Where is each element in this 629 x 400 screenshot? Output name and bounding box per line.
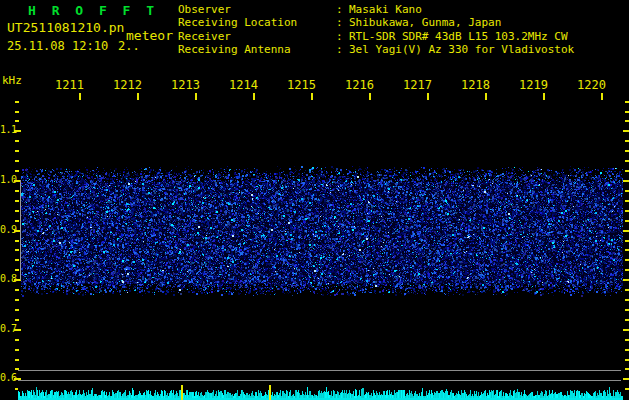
freq-label: 0.7 [0,323,15,334]
freq-tick-right [625,269,629,271]
freq-tick-right [625,240,629,242]
freq-tick-right [625,359,629,361]
time-tick [195,93,197,100]
freq-tick-right [625,101,629,103]
freq-tick-right [625,249,629,251]
time-label: 1218 [461,78,493,92]
freq-tick-left [15,101,19,103]
time-label: 1211 [55,78,87,92]
info-label: Receiving Antenna [178,43,336,56]
freq-label: 0.8 [0,273,15,284]
observer-info-block: Observer:Masaki KanoReceiving Location:S… [178,3,574,57]
time-tick [253,93,255,100]
info-separator: : [336,3,344,16]
time-label: 1220 [577,78,609,92]
info-value: Masaki Kano [344,3,422,16]
time-tick [485,93,487,100]
time-tick [543,93,545,100]
freq-tick-left [15,309,19,311]
info-value: RTL-SDR SDR# 43dB L15 103.2MHz CW [344,30,568,43]
freq-axis-unit-label: kHz [2,74,22,87]
time-tick [79,93,81,100]
freq-tick-right [625,259,629,261]
freq-tick-right [625,120,629,122]
freq-tick-right [623,279,629,281]
time-tick [311,93,313,100]
freq-tick-left [15,339,19,341]
freq-tick-right [623,130,629,132]
time-label: 1216 [345,78,377,92]
freq-tick-left [15,190,19,192]
info-row: Receiving Location:Shibukawa, Gunma, Jap… [178,16,574,29]
freq-tick-right [625,200,629,202]
info-value: Shibukawa, Gunma, Japan [344,16,501,29]
freq-tick-right [623,230,629,232]
freq-tick-left [14,130,21,132]
info-label: Receiving Location [178,16,336,29]
freq-tick-right [625,111,629,113]
signal-level-strip [18,384,623,400]
info-separator: : [336,30,344,43]
freq-tick-right [625,210,629,212]
freq-tick-right [625,220,629,222]
freq-tick-right [625,309,629,311]
freq-label: 1.1 [0,124,15,135]
freq-tick-right [623,378,629,380]
info-separator: : [336,16,344,29]
freq-tick-left [15,170,19,172]
info-row: Receiving Antenna:3el Yagi(V) Az 330 for… [178,43,574,56]
time-label: 1219 [519,78,551,92]
freq-tick-left [15,349,19,351]
freq-tick-right [625,140,629,142]
freq-tick-right [625,160,629,162]
freq-tick-left [15,240,19,242]
freq-tick-left [15,359,19,361]
info-label: Observer [178,3,336,16]
freq-tick-left [15,111,19,113]
time-label: 1215 [287,78,319,92]
freq-tick-right [625,190,629,192]
info-separator: : [336,43,344,56]
echo-counter: 2.. [118,39,140,53]
freq-tick-left [15,150,19,152]
freq-tick-left [15,210,19,212]
freq-tick-left [15,269,19,271]
freq-tick-left [15,200,19,202]
freq-tick-right [625,349,629,351]
freq-tick-right [625,339,629,341]
time-label: 1217 [403,78,435,92]
time-label: 1212 [113,78,145,92]
freq-tick-right [625,368,629,370]
freq-tick-right [625,170,629,172]
time-tick [137,93,139,100]
freq-tick-left [15,289,19,291]
freq-tick-left [15,259,19,261]
freq-tick-right [625,388,629,390]
freq-tick-right [625,299,629,301]
freq-tick-left [15,249,19,251]
time-tick [601,93,603,100]
observation-datetime: 25.11.08 12:10 [7,39,108,53]
freq-label: 0.9 [0,224,15,235]
info-value: 3el Yagi(V) Az 330 for Vladivostok [344,43,574,56]
freq-tick-left [15,140,19,142]
time-label: 1213 [171,78,203,92]
freq-tick-right [625,319,629,321]
info-row: Receiver:RTL-SDR SDR# 43dB L15 103.2MHz … [178,30,574,43]
freq-tick-right [625,150,629,152]
freq-label: 1.0 [0,174,15,185]
freq-tick-left [15,120,19,122]
freq-tick-left [15,299,19,301]
freq-tick-left [14,329,21,331]
freq-tick-left [15,220,19,222]
time-tick [427,93,429,100]
freq-tick-right [623,180,629,182]
info-label: Receiver [178,30,336,43]
output-filename: UT2511081210.pn [7,20,124,35]
freq-tick-right [625,289,629,291]
hrofft-screen: H R O F F T UT2511081210.pn meteor 25.11… [0,0,629,400]
level-ref-line-lower [18,380,621,381]
app-title: H R O F F T [28,3,158,18]
time-label: 1214 [229,78,261,92]
level-ref-line-upper [18,370,621,371]
